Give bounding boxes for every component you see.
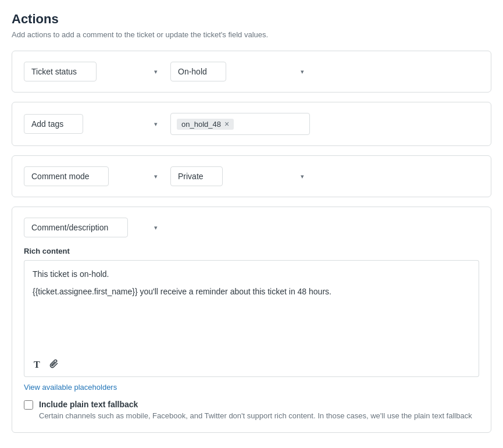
- toolbar-text-format-button[interactable]: T: [31, 358, 42, 371]
- plain-text-checkbox[interactable]: [24, 400, 33, 410]
- view-placeholders-link[interactable]: View available placeholders: [24, 383, 117, 392]
- ticket-status-value-select[interactable]: On-hold: [170, 62, 226, 81]
- ticket-status-action-chevron: ▾: [154, 68, 158, 76]
- add-tags-row: Add tags ▾ on_hold_48 ×: [12, 102, 491, 146]
- plain-text-checkbox-wrapper: [24, 400, 33, 410]
- page-title: Actions: [12, 12, 491, 27]
- ticket-status-action-select[interactable]: Ticket status: [24, 62, 97, 81]
- plain-text-label: Include plain text fallback: [39, 400, 472, 409]
- rich-text-toolbar: T: [24, 353, 479, 377]
- comment-mode-row: Comment mode ▾ Private ▾: [12, 155, 491, 197]
- plain-text-description: Certain channels such as mobile, Faceboo…: [39, 410, 472, 422]
- tags-input-container[interactable]: on_hold_48 ×: [170, 113, 310, 135]
- add-tags-action-chevron: ▾: [154, 120, 158, 128]
- comment-mode-value-chevron: ▾: [301, 173, 304, 180]
- rich-text-line1: This ticket is on-hold.: [33, 268, 470, 280]
- comment-mode-value-wrapper: Private ▾: [170, 166, 310, 186]
- attach-icon: [49, 359, 59, 371]
- ticket-status-action-wrapper: Ticket status ▾: [24, 62, 163, 81]
- add-tags-action-select[interactable]: Add tags: [24, 114, 83, 134]
- comment-desc-action-wrapper: Comment/description ▾: [24, 218, 163, 237]
- comment-mode-action-select[interactable]: Comment mode: [24, 166, 109, 186]
- rich-text-line2: {{ticket.assignee.first_name}} you'll re…: [33, 285, 470, 298]
- add-tags-action-wrapper: Add tags ▾: [24, 114, 163, 134]
- plain-text-content: Include plain text fallback Certain chan…: [39, 400, 472, 422]
- comment-mode-action-chevron: ▾: [154, 173, 158, 180]
- comment-desc-action-chevron: ▾: [154, 224, 158, 232]
- comment-mode-value-select[interactable]: Private: [170, 166, 223, 186]
- comment-mode-action-wrapper: Comment mode ▾: [24, 166, 163, 186]
- ticket-status-value-chevron: ▾: [301, 68, 304, 76]
- page-subtitle: Add actions to add a comment to the tick…: [12, 30, 491, 39]
- rich-content-label: Rich content: [24, 247, 479, 255]
- rich-text-editor[interactable]: This ticket is on-hold. {{ticket.assigne…: [24, 260, 479, 353]
- comment-desc-action-select[interactable]: Comment/description: [24, 218, 128, 237]
- text-format-icon: T: [34, 360, 40, 370]
- ticket-status-value-wrapper: On-hold ▾: [170, 62, 310, 81]
- tag-label: on_hold_48: [181, 120, 221, 129]
- remove-tag-button[interactable]: ×: [224, 120, 229, 128]
- plain-text-fallback-row: Include plain text fallback Certain chan…: [24, 400, 479, 422]
- toolbar-attach-button[interactable]: [47, 358, 61, 372]
- ticket-status-row: Ticket status ▾ On-hold ▾: [12, 51, 491, 93]
- comment-description-row: Comment/description ▾ Rich content This …: [12, 207, 491, 433]
- tag-badge-on-hold-48: on_hold_48 ×: [177, 119, 234, 130]
